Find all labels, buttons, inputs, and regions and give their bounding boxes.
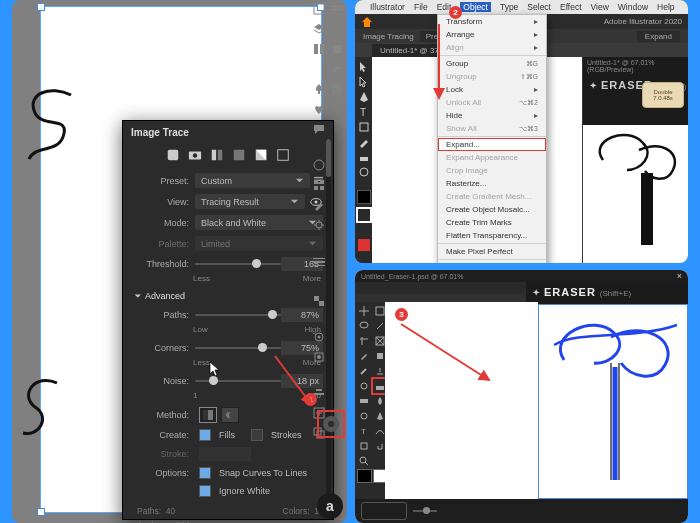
home-icon[interactable] [361, 16, 373, 28]
advanced-toggle[interactable]: Advanced [123, 287, 333, 305]
dodge-tool-icon[interactable] [357, 409, 372, 423]
rect-tool-icon[interactable] [358, 121, 370, 133]
method-abutting-icon[interactable] [199, 407, 217, 423]
history-brush-icon[interactable] [357, 379, 372, 393]
direct-selection-icon[interactable] [358, 76, 370, 88]
brushes-icon[interactable] [312, 198, 326, 212]
menu-item[interactable]: Slice▸ [438, 261, 546, 263]
stroke-swatch[interactable] [356, 207, 372, 223]
crop-tool-icon[interactable] [357, 334, 372, 348]
low-color-icon[interactable] [210, 148, 224, 162]
close-icon[interactable]: × [677, 271, 682, 281]
brush-def-icon[interactable] [330, 62, 344, 76]
gray-icon[interactable] [232, 148, 246, 162]
svg-point-58 [361, 413, 367, 419]
fill-swatch[interactable] [357, 190, 371, 204]
svg-rect-27 [313, 265, 325, 266]
menu-window[interactable]: Window [618, 2, 648, 12]
symbols-icon[interactable] [312, 218, 326, 232]
window-titlebar: Untitled_Eraser-1.psd @ 67.01% × [355, 270, 688, 282]
grip-icon[interactable] [330, 2, 344, 16]
paths-slider[interactable] [195, 314, 281, 316]
mode-select[interactable]: Black and White [195, 215, 323, 230]
menu-item: Unlock All⌥⌘2 [438, 96, 546, 109]
menu-item[interactable]: Group⌘G [438, 57, 546, 70]
snap-checkbox[interactable] [199, 467, 211, 479]
menu-item[interactable]: Hide▸ [438, 109, 546, 122]
rect-tool-icon[interactable] [357, 439, 372, 453]
menu-item[interactable]: Flatten Transparency... [438, 229, 546, 242]
lasso-tool-icon[interactable] [357, 319, 372, 333]
svg-text:T: T [361, 427, 366, 436]
eraser-tool-icon[interactable] [358, 151, 370, 163]
strokes-checkbox[interactable] [251, 429, 263, 441]
selection-handle[interactable] [37, 508, 45, 516]
swatches-icon[interactable] [312, 178, 326, 192]
spade-icon[interactable] [312, 82, 326, 96]
stroke-icon[interactable] [312, 254, 326, 268]
svg-rect-5 [234, 150, 245, 161]
auto-color-icon[interactable] [166, 148, 180, 162]
rotate-tool-icon[interactable] [358, 166, 370, 178]
appearance-icon[interactable] [312, 330, 326, 344]
menu-item[interactable]: Lock▸ [438, 83, 546, 96]
graphic-styles-icon[interactable] [312, 350, 326, 364]
menu-type[interactable]: Type [500, 2, 518, 12]
menu-item[interactable]: Rasterize... [438, 177, 546, 190]
doc-tab[interactable]: Untitled_Eraser-1.psd @ 67.01% [361, 273, 463, 280]
red-swatch-icon[interactable] [358, 239, 370, 251]
menu-view[interactable]: View [591, 2, 609, 12]
swatch-icon[interactable] [330, 42, 344, 56]
selection-tool-icon[interactable] [358, 61, 370, 73]
method-overlap-icon[interactable] [221, 407, 239, 423]
gradient-tool-icon[interactable] [357, 394, 372, 408]
view-label: View: [133, 197, 195, 207]
threshold-slider[interactable] [195, 263, 281, 265]
selection-handle[interactable] [37, 3, 45, 11]
zoom-tool-icon[interactable] [357, 454, 372, 468]
zoom-slider[interactable] [413, 510, 437, 512]
menu-help[interactable]: Help [657, 2, 674, 12]
color-icon[interactable] [312, 158, 326, 172]
libraries-icon[interactable] [312, 42, 326, 56]
layers-icon[interactable] [312, 22, 326, 36]
preset-select[interactable]: Custom [195, 173, 310, 188]
heart-icon[interactable] [312, 102, 326, 116]
outline-icon[interactable] [276, 148, 290, 162]
svg-rect-29 [314, 296, 319, 301]
menu-illustrator[interactable]: Illustrator [370, 2, 405, 12]
gradient-icon[interactable] [312, 274, 326, 288]
type-tool-icon[interactable]: T [358, 106, 370, 118]
properties-icon[interactable] [312, 2, 326, 16]
menu-select[interactable]: Select [527, 2, 551, 12]
brush-tool-icon[interactable] [358, 136, 370, 148]
eyedropper-icon[interactable] [357, 349, 372, 363]
fills-checkbox[interactable] [199, 429, 211, 441]
menu-item[interactable]: Create Object Mosaic... [438, 203, 546, 216]
menu-item[interactable]: Expand... [438, 138, 546, 151]
history-icon[interactable] [330, 82, 344, 96]
brush-tool-icon[interactable] [357, 364, 372, 378]
corners-slider[interactable] [195, 347, 281, 349]
menu-item[interactable]: Make Pixel Perfect [438, 245, 546, 258]
pen-tool-icon[interactable] [358, 91, 370, 103]
ignore-white-checkbox[interactable] [199, 485, 211, 497]
expand-button[interactable]: Expand [637, 31, 680, 42]
type-tool-icon[interactable]: T [357, 424, 372, 438]
bw-icon[interactable] [254, 148, 268, 162]
svg-point-15 [229, 412, 235, 418]
view-select[interactable]: Tracing Result [195, 194, 305, 209]
move-tool-icon[interactable] [357, 304, 372, 318]
comment-icon[interactable] [312, 122, 326, 136]
camera-icon[interactable] [188, 148, 202, 162]
menu-object[interactable]: Object [460, 2, 491, 12]
fg-swatch[interactable] [357, 469, 372, 483]
noise-slider[interactable] [195, 380, 281, 382]
menu-item[interactable]: Arrange▸ [438, 28, 546, 41]
transparency-icon[interactable] [312, 294, 326, 308]
menu-effect[interactable]: Effect [560, 2, 582, 12]
object-menu-dropdown[interactable]: Transform▸Arrange▸Align▸Group⌘GUngroup⇧⌘… [437, 14, 547, 263]
menu-file[interactable]: File [414, 2, 428, 12]
recolor-artwork-icon[interactable] [319, 412, 343, 436]
menu-item[interactable]: Create Trim Marks [438, 216, 546, 229]
